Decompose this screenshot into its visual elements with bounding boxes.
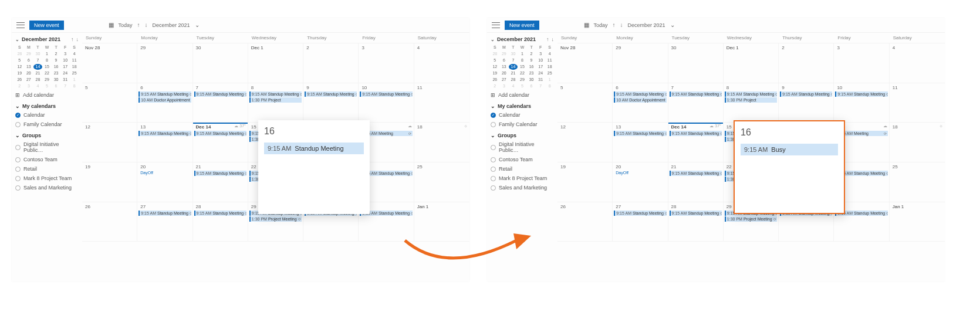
mini-day[interactable]: 5	[43, 83, 52, 89]
checkbox-off-icon[interactable]	[15, 185, 21, 191]
checkbox-off-icon[interactable]	[15, 157, 21, 162]
day-cell[interactable]: 5	[557, 83, 613, 123]
group-item[interactable]: Retail	[491, 165, 554, 172]
event[interactable]: 1:30 PMProject	[249, 97, 302, 103]
mini-next-icon[interactable]: ↓	[552, 36, 555, 42]
event[interactable]: 9:15 AMStandup Meeting⟳	[614, 91, 666, 97]
event[interactable]: 9:15 AMStandup Meeting⟳	[194, 131, 246, 136]
day-cell[interactable]: 30	[193, 43, 248, 83]
group-item[interactable]: Digital Initiative Public…	[15, 141, 79, 154]
mini-day[interactable]: 21	[33, 70, 42, 76]
day-cell[interactable]: 219:15 AMStandup Meeting⟳	[668, 162, 724, 202]
mini-day[interactable]: 18	[545, 64, 554, 70]
mini-day[interactable]: 3	[25, 83, 33, 89]
day-cell[interactable]: Dec 14☁ 37°9:15 AMStandup Meeting⟳	[193, 123, 248, 162]
chevron-down-icon[interactable]: ⌄	[491, 37, 495, 42]
toolbar-month[interactable]: December 2021	[153, 22, 190, 28]
day-cell[interactable]: 11	[414, 83, 469, 123]
add-calendar[interactable]: ⊞Add calendar	[15, 91, 79, 99]
mini-day[interactable]: 28	[15, 51, 24, 57]
event[interactable]: 1:30 PMProject Meeting⟳	[249, 216, 302, 222]
day-cell[interactable]: 109:15 AMStandup Meeting⟳	[359, 83, 414, 123]
checkbox-off-icon[interactable]	[15, 122, 21, 127]
hamburger-icon[interactable]	[492, 22, 500, 28]
event[interactable]: 9:15 AMStandup Meeting⟳	[360, 91, 412, 97]
mini-next-icon[interactable]: ↓	[76, 36, 79, 42]
day-cell[interactable]: 11	[890, 83, 945, 123]
day-cell[interactable]: 279:15 AMStandup Meeting⟳	[137, 202, 192, 242]
day-cell[interactable]: Jan 1	[890, 202, 945, 242]
mini-day[interactable]: 3	[536, 51, 545, 57]
calendar-item[interactable]: Calendar	[491, 111, 554, 118]
mini-day[interactable]: 6	[527, 83, 536, 89]
my-calendars-section[interactable]: ⌄My calendars	[15, 103, 79, 109]
checkbox-off-icon[interactable]	[491, 157, 496, 162]
mini-day[interactable]: 8	[518, 57, 527, 63]
checkbox-off-icon[interactable]	[15, 167, 21, 172]
checkbox-off-icon[interactable]	[491, 176, 496, 181]
mini-day[interactable]: 30	[52, 77, 60, 83]
event[interactable]: 9:15 AMStandup Meeting⟳	[614, 131, 666, 136]
mini-day[interactable]: 28	[509, 77, 518, 83]
mini-day[interactable]: 5	[518, 83, 527, 89]
day-cell[interactable]: 18☼	[890, 123, 945, 162]
day-cell[interactable]: 3	[834, 43, 889, 83]
mini-day[interactable]: 19	[491, 70, 499, 76]
group-item[interactable]: Mark 8 Project Team	[15, 175, 79, 182]
mini-day[interactable]: 12	[15, 64, 24, 70]
chevron-down-icon[interactable]: ⌄	[15, 37, 19, 42]
mini-day[interactable]: 11	[70, 57, 79, 63]
group-item[interactable]: Contoso Team	[15, 156, 79, 163]
mini-day[interactable]: 24	[61, 70, 70, 76]
day-cell[interactable]: 219:15 AMStandup Meeting⟳	[193, 162, 248, 202]
groups-section[interactable]: ⌄Groups	[491, 133, 554, 138]
event[interactable]: 10 AMDoctor Appointment	[614, 97, 666, 103]
day-cell[interactable]: 3	[359, 43, 414, 83]
day-cell[interactable]: Nov 28	[557, 43, 613, 83]
mini-day[interactable]: 7	[33, 57, 42, 63]
mini-day[interactable]: 21	[509, 70, 518, 76]
mini-day[interactable]: 7	[61, 83, 70, 89]
mini-day[interactable]: 28	[33, 77, 42, 83]
event[interactable]: 9:15 AMStandup Meeting⟳	[194, 211, 246, 216]
calendar-item[interactable]: Calendar	[15, 111, 79, 118]
day-cell[interactable]: 89:15 AMStandup Meeting⟳1:30 PMProject	[724, 83, 779, 123]
mini-day[interactable]: 2	[52, 51, 60, 57]
next-arrow-icon[interactable]: ↓	[145, 22, 148, 28]
day-cell[interactable]: 20DayOff	[613, 162, 668, 202]
mini-day[interactable]: 22	[43, 70, 52, 76]
mini-day[interactable]: 2	[527, 51, 536, 57]
day-cell[interactable]: 279:15 AMStandup Meeting⟳	[613, 202, 668, 242]
mini-prev-icon[interactable]: ↑	[71, 36, 74, 42]
day-cell[interactable]: 4	[414, 43, 469, 83]
mini-day[interactable]: 18	[70, 64, 79, 70]
checkbox-off-icon[interactable]	[491, 185, 496, 191]
mini-day[interactable]: 6	[500, 57, 509, 63]
event[interactable]: 9:15 AMStandup Meeting⟳	[670, 91, 722, 97]
today-label[interactable]: Today	[594, 22, 608, 28]
mini-day[interactable]: 15	[518, 64, 527, 70]
mini-day[interactable]: 26	[491, 77, 499, 83]
mini-day[interactable]: 13	[25, 64, 33, 70]
day-cell[interactable]: 2	[303, 43, 359, 83]
checkbox-off-icon[interactable]	[15, 145, 21, 150]
mini-day[interactable]: 2	[15, 83, 24, 89]
mini-day[interactable]: 4	[70, 51, 79, 57]
mini-day[interactable]: 2	[491, 83, 499, 89]
day-cell[interactable]: 99:15 AMStandup Meeting⟳	[779, 83, 834, 123]
mini-day[interactable]: 31	[536, 77, 545, 83]
prev-arrow-icon[interactable]: ↑	[137, 22, 140, 28]
mini-day[interactable]: 5	[491, 57, 499, 63]
group-item[interactable]: Retail	[15, 165, 79, 172]
mini-day[interactable]: 1	[518, 51, 527, 57]
mini-day[interactable]: 8	[545, 83, 554, 89]
mini-day[interactable]: 11	[545, 57, 554, 63]
mini-day[interactable]: 7	[536, 83, 545, 89]
event[interactable]: 9:15 AMStandup Meeting⟳	[780, 91, 832, 97]
event[interactable]: 9:15 AMStandup Meeting⟳	[670, 211, 722, 216]
day-cell[interactable]: 79:15 AMStandup Meeting⟳	[668, 83, 724, 123]
day-cell[interactable]: 79:15 AMStandup Meeting⟳	[193, 83, 248, 123]
mini-day[interactable]: 28	[491, 51, 499, 57]
day-cell[interactable]: 289:15 AMStandup Meeting⟳	[668, 202, 724, 242]
day-cell[interactable]: Dec 1	[724, 43, 779, 83]
